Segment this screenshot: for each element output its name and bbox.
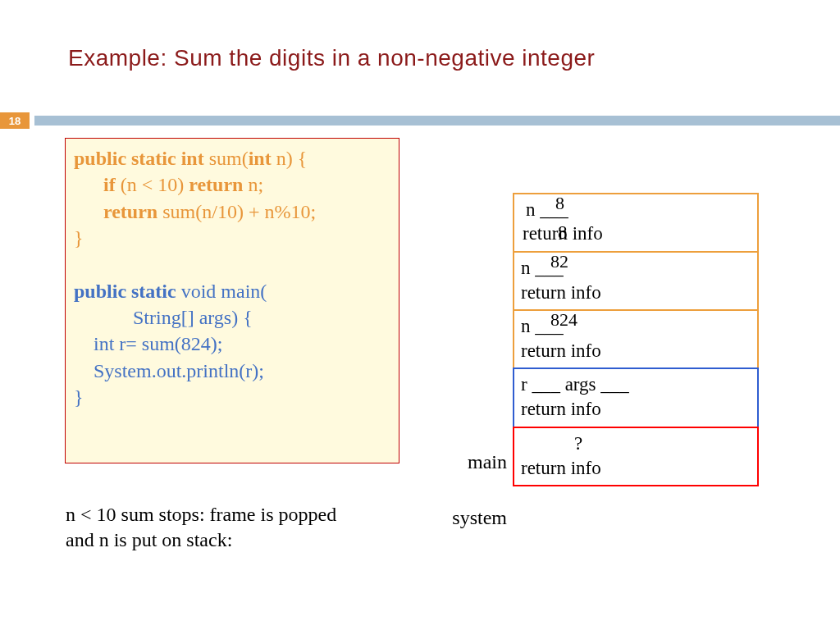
frame-value: 824 [550, 309, 578, 331]
frame-value: 8 [555, 193, 564, 214]
code-line: return sum(n/10) + n%10; [74, 199, 390, 225]
code-line: System.out.println(r); [74, 358, 390, 384]
explanation-text: n < 10 sum stops: frame is popped and n … [66, 502, 336, 553]
call-stack: 8 n ___ return info 8 82 n ___ return in… [513, 194, 759, 486]
slide-title: Example: Sum the digits in a non-negativ… [68, 45, 595, 71]
code-line: } [74, 225, 390, 251]
popped-value: 8 [558, 222, 568, 244]
system-label: system [439, 507, 507, 529]
code-line: public static void main( [74, 278, 390, 304]
code-line: } [74, 384, 390, 410]
stack-frame: 8 n ___ return info 8 [513, 193, 759, 253]
code-line: public static int sum(int n) { [74, 145, 390, 171]
frame-return: return info [521, 221, 751, 246]
frame-vars: r ___ args ___ [521, 372, 751, 397]
code-block: public static int sum(int n) { if (n < 1… [65, 138, 399, 463]
slide-number-badge: 18 [0, 112, 30, 129]
frame-return: return info [521, 397, 751, 422]
frame-value: 82 [550, 251, 568, 272]
code-line: if (n < 10) return n; [74, 171, 390, 198]
stack-frame-main: r ___ args ___ return info [513, 368, 759, 428]
code-line: String[] args) { [74, 304, 390, 331]
frame-return: return info [521, 339, 751, 363]
stack-frame-system: ? return info [513, 427, 759, 487]
stack-frame: 82 n ___ return info [513, 251, 759, 312]
frame-return: return info [521, 281, 751, 305]
main-label: main [450, 451, 507, 473]
header-rule [34, 116, 840, 126]
frame-question: ? [521, 431, 751, 456]
stack-frame: 824 n ___ return info [513, 309, 759, 370]
code-line: int r= sum(824); [74, 331, 390, 357]
frame-return: return info [521, 456, 751, 481]
header-bar: 18 [0, 112, 840, 129]
